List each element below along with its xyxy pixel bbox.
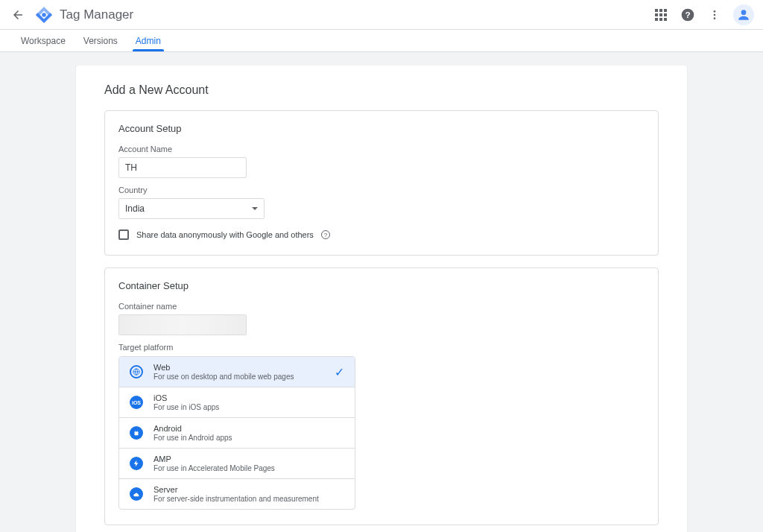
- account-setup-section: Account Setup Account Name Country India…: [104, 110, 659, 256]
- chevron-down-icon: [252, 207, 258, 210]
- account-name-input[interactable]: [118, 157, 247, 178]
- share-data-checkbox[interactable]: [118, 229, 129, 240]
- nav-tabs: Workspace Versions Admin: [0, 30, 763, 52]
- android-icon: [130, 426, 143, 440]
- amp-icon: [130, 457, 143, 470]
- svg-rect-8: [659, 18, 662, 21]
- country-label: Country: [118, 186, 645, 194]
- platform-desc: For use in iOS apps: [153, 403, 344, 411]
- platform-name: AMP: [153, 455, 344, 463]
- main-content: Add a New Account Account Setup Account …: [0, 52, 763, 532]
- tab-versions[interactable]: Versions: [75, 30, 127, 51]
- server-icon: [130, 487, 143, 501]
- page-title: Add a New Account: [104, 83, 659, 97]
- svg-point-17: [135, 431, 136, 431]
- share-data-row: Share data anonymously with Google and o…: [118, 229, 645, 240]
- apps-icon[interactable]: [653, 7, 669, 23]
- check-icon: ✓: [335, 365, 344, 379]
- svg-point-18: [137, 431, 138, 431]
- country-value: India: [125, 203, 145, 214]
- tag-manager-logo-icon: [36, 7, 52, 23]
- app-header: Tag Manager ?: [0, 0, 763, 30]
- more-icon[interactable]: [706, 7, 723, 23]
- svg-rect-9: [664, 18, 667, 21]
- tab-workspace[interactable]: Workspace: [12, 30, 75, 51]
- svg-point-15: [741, 10, 747, 15]
- svg-rect-6: [664, 13, 667, 16]
- account-card: Add a New Account Account Setup Account …: [76, 66, 687, 532]
- platform-desc: For server-side instrumentation and meas…: [153, 495, 344, 503]
- platform-name: Server: [153, 485, 344, 494]
- help-icon[interactable]: ?: [680, 7, 696, 23]
- account-name-label: Account Name: [118, 145, 645, 153]
- back-button[interactable]: [9, 6, 27, 24]
- account-setup-title: Account Setup: [118, 123, 645, 134]
- header-actions: ?: [653, 4, 754, 25]
- container-name-label: Container name: [118, 302, 645, 311]
- platform-desc: For use on desktop and mobile web pages: [153, 373, 335, 381]
- help-tooltip-icon[interactable]: ?: [321, 230, 330, 239]
- svg-rect-7: [655, 18, 658, 21]
- platform-desc: For use in Accelerated Mobile Pages: [153, 464, 344, 472]
- platform-option-android[interactable]: Android For use in Android apps: [119, 418, 355, 449]
- svg-point-12: [714, 10, 716, 13]
- platform-list: Web For use on desktop and mobile web pa…: [118, 356, 355, 510]
- share-data-label: Share data anonymously with Google and o…: [136, 230, 314, 239]
- platform-option-server[interactable]: Server For server-side instrumentation a…: [119, 479, 355, 509]
- platform-desc: For use in Android apps: [153, 434, 344, 442]
- svg-point-14: [714, 17, 716, 19]
- platform-name: Web: [153, 363, 335, 372]
- platform-name: iOS: [153, 393, 344, 402]
- platform-name: Android: [153, 424, 344, 433]
- svg-rect-2: [659, 9, 662, 12]
- web-icon: [130, 365, 143, 379]
- svg-rect-5: [659, 13, 662, 16]
- user-avatar[interactable]: [733, 4, 754, 25]
- tab-admin[interactable]: Admin: [127, 30, 170, 51]
- container-setup-section: Container Setup Container name Target pl…: [104, 267, 659, 525]
- svg-point-0: [42, 13, 46, 17]
- svg-rect-4: [655, 13, 658, 16]
- container-setup-title: Container Setup: [118, 280, 645, 291]
- platform-option-web[interactable]: Web For use on desktop and mobile web pa…: [119, 357, 355, 387]
- svg-point-13: [714, 13, 716, 16]
- svg-rect-3: [664, 9, 667, 12]
- svg-rect-1: [655, 9, 658, 12]
- platform-option-amp[interactable]: AMP For use in Accelerated Mobile Pages: [119, 449, 355, 479]
- svg-text:?: ?: [685, 10, 690, 19]
- ios-icon: iOS: [130, 396, 143, 409]
- country-select[interactable]: India: [118, 198, 265, 219]
- platform-option-ios[interactable]: iOS iOS For use in iOS apps: [119, 387, 355, 418]
- container-name-input[interactable]: [118, 314, 247, 335]
- app-title: Tag Manager: [60, 7, 653, 22]
- target-platform-label: Target platform: [118, 343, 645, 352]
